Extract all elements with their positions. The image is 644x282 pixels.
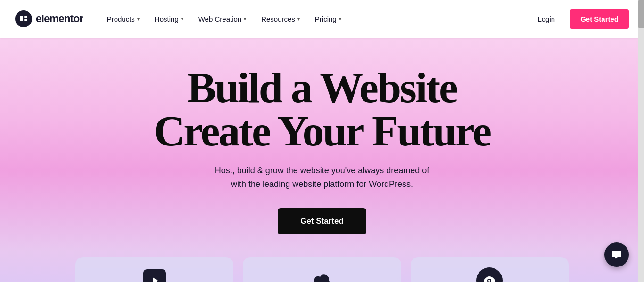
navbar-left: elementor Products ▾ Hosting ▾ Web Creat… [15, 10, 348, 27]
nav-label-products: Products [107, 15, 135, 23]
nav-label-web-creation: Web Creation [198, 15, 241, 23]
hero-subtitle-line1: Host, build & grow the website you've al… [215, 166, 429, 175]
logo-icon [15, 10, 32, 27]
feature-card-icon-hosting [311, 269, 333, 282]
feature-card-preview [411, 257, 569, 282]
nav-item-hosting[interactable]: Hosting ▾ [148, 11, 190, 27]
hero-title: Build a Website Create Your Future [154, 66, 490, 153]
hero-cta-button[interactable]: Get Started [278, 208, 366, 234]
svg-point-5 [488, 280, 490, 282]
hero-title-line1: Build a Website [187, 64, 457, 112]
nav-label-pricing: Pricing [315, 15, 337, 23]
feature-card-hosting [243, 257, 401, 282]
chat-icon [611, 249, 622, 260]
nav-item-pricing[interactable]: Pricing ▾ [308, 11, 348, 27]
feature-card-builder [75, 257, 233, 282]
logo-text: elementor [36, 13, 83, 25]
svg-marker-3 [153, 277, 158, 282]
navbar-right: Login Get Started [528, 9, 629, 29]
nav-item-resources[interactable]: Resources ▾ [255, 11, 306, 27]
nav-item-products[interactable]: Products ▾ [100, 11, 146, 27]
get-started-nav-button[interactable]: Get Started [570, 9, 629, 29]
chevron-resources-icon: ▾ [297, 16, 300, 22]
feature-card-icon-preview [476, 267, 503, 282]
chevron-products-icon: ▾ [137, 16, 140, 22]
chevron-hosting-icon: ▾ [181, 16, 183, 22]
svg-rect-2 [24, 19, 27, 21]
logo-link[interactable]: elementor [15, 10, 83, 27]
hero-subtitle: Host, build & grow the website you've al… [215, 164, 429, 191]
svg-rect-1 [24, 16, 27, 18]
nav-item-web-creation[interactable]: Web Creation ▾ [192, 11, 253, 27]
nav-label-hosting: Hosting [155, 15, 179, 23]
chevron-pricing-icon: ▾ [339, 16, 341, 22]
svg-rect-0 [20, 16, 23, 21]
feature-cards [0, 257, 644, 282]
navbar: elementor Products ▾ Hosting ▾ Web Creat… [0, 0, 644, 38]
scrollbar[interactable] [638, 0, 644, 282]
hero-section: Build a Website Create Your Future Host,… [0, 38, 644, 282]
chevron-webcreation-icon: ▾ [244, 16, 246, 22]
feature-card-icon-builder [143, 269, 166, 282]
chat-bubble-button[interactable] [604, 242, 629, 267]
nav-label-resources: Resources [261, 15, 295, 23]
scrollbar-thumb[interactable] [638, 0, 644, 28]
hero-title-line2: Create Your Future [154, 107, 490, 155]
hero-subtitle-line2: with the leading website platform for Wo… [231, 179, 413, 189]
nav-menu: Products ▾ Hosting ▾ Web Creation ▾ Reso… [100, 11, 348, 27]
login-button[interactable]: Login [528, 10, 564, 28]
